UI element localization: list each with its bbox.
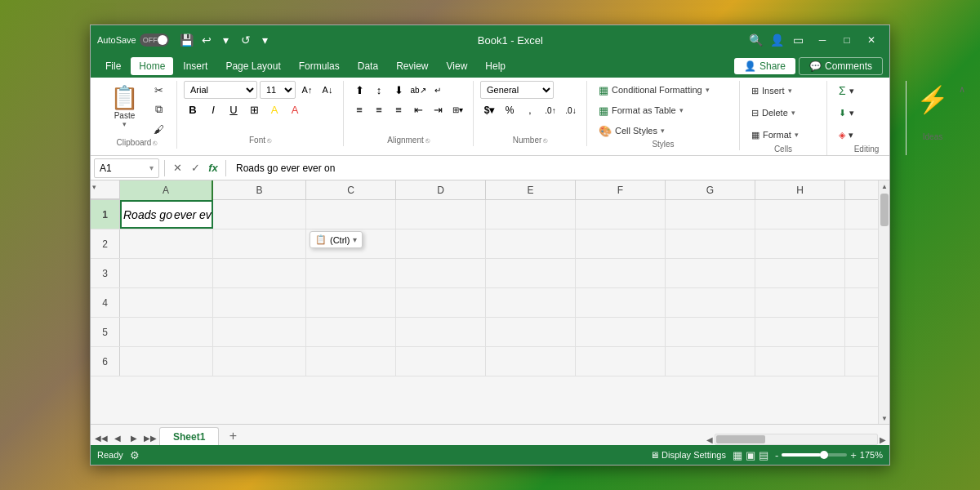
col-a-resize-handle[interactable] [208, 180, 212, 200]
cell-g3[interactable] [666, 259, 755, 287]
close-button[interactable]: ✕ [860, 29, 883, 51]
font-grow-button[interactable]: A↑ [298, 81, 316, 99]
zoom-handle[interactable] [820, 451, 828, 459]
align-top-button[interactable]: ⬆ [350, 81, 368, 99]
cell-a1[interactable]: Roads go ever ever on [120, 200, 213, 229]
column-header-f[interactable]: F [576, 180, 666, 200]
cell-a2[interactable] [120, 229, 213, 258]
cell-h5[interactable] [755, 318, 845, 346]
cell-e5[interactable] [486, 318, 576, 346]
align-right-button[interactable]: ≡ [390, 100, 408, 118]
ribbon-collapse-button[interactable]: ∧ [959, 81, 965, 97]
menu-view[interactable]: View [439, 57, 476, 75]
row-number-1[interactable]: 1 [91, 200, 120, 229]
scroll-h-right-icon[interactable]: ▶ [880, 435, 886, 444]
cell-f6[interactable] [576, 347, 666, 376]
autosave-toggle[interactable]: OFF [140, 33, 169, 47]
formula-cancel-icon[interactable]: ✕ [170, 161, 185, 176]
menu-insert[interactable]: Insert [175, 57, 216, 75]
bold-button[interactable]: B [184, 100, 202, 118]
formula-input[interactable] [231, 158, 886, 178]
cell-b3[interactable] [213, 259, 306, 287]
format-cells-button[interactable]: ▦ Format ▾ [746, 125, 804, 145]
column-header-h[interactable]: H [755, 180, 845, 200]
menu-help[interactable]: Help [477, 57, 514, 75]
menu-home[interactable]: Home [131, 57, 173, 75]
cell-h4[interactable] [755, 288, 845, 317]
cell-d4[interactable] [396, 288, 486, 317]
cell-d6[interactable] [396, 347, 486, 376]
underline-button[interactable]: U [225, 100, 243, 118]
cell-b6[interactable] [213, 347, 306, 376]
horizontal-scrollbar[interactable] [715, 434, 878, 445]
column-header-b[interactable]: B [213, 180, 306, 200]
fill-button[interactable]: ⬇ ▾ [834, 103, 859, 122]
minimize-button[interactable]: ─ [811, 29, 834, 51]
align-left-button[interactable]: ≡ [350, 100, 368, 118]
cell-b2[interactable] [213, 229, 306, 258]
share-button[interactable]: 👤 Share [734, 58, 795, 74]
undo-dropdown-icon[interactable]: ▾ [218, 32, 234, 48]
increase-decimal-button[interactable]: .0↑ [541, 101, 559, 119]
search-icon[interactable]: 🔍 [747, 32, 764, 48]
row-number-5[interactable]: 5 [91, 318, 120, 346]
font-size-select[interactable]: 11 [260, 81, 296, 99]
cell-c3[interactable] [306, 259, 396, 287]
cell-c1[interactable] [306, 200, 396, 229]
redo-icon[interactable]: ↺ [238, 32, 254, 48]
copy-button[interactable]: ⧉ [147, 100, 170, 118]
cell-reference-box[interactable]: A1 ▾ [94, 158, 159, 178]
ribbon-view-icon[interactable]: ▭ [790, 32, 806, 48]
cell-g5[interactable] [666, 318, 755, 346]
normal-view-button[interactable]: ▦ [733, 449, 742, 461]
cell-styles-button[interactable]: 🎨 Cell Styles ▾ [594, 122, 670, 140]
scroll-thumb[interactable] [880, 194, 889, 226]
alignment-expand-icon[interactable]: ⎋ [425, 136, 430, 145]
cell-c4[interactable] [306, 288, 396, 317]
clear-button[interactable]: ◈ ▾ [834, 125, 858, 145]
orientation-button[interactable]: ab↗ [409, 81, 427, 99]
cell-g6[interactable] [666, 347, 755, 376]
column-header-c[interactable]: C [306, 180, 396, 200]
cell-f3[interactable] [576, 259, 666, 287]
status-settings-icon[interactable]: ⚙ [130, 449, 140, 461]
undo-icon[interactable]: ↩ [198, 32, 215, 48]
font-expand-icon[interactable]: ⎋ [267, 136, 271, 145]
cell-d5[interactable] [396, 318, 486, 346]
row-number-2[interactable]: 2 [91, 229, 120, 258]
cell-a3[interactable] [120, 259, 213, 287]
page-break-button[interactable]: ▤ [759, 449, 768, 461]
cut-button[interactable]: ✂ [147, 81, 170, 99]
align-middle-button[interactable]: ↕ [370, 81, 388, 99]
cell-e6[interactable] [486, 347, 576, 376]
font-name-select[interactable]: Arial [184, 81, 257, 99]
cell-g4[interactable] [666, 288, 755, 317]
menu-review[interactable]: Review [388, 57, 436, 75]
cell-f2[interactable] [576, 229, 666, 258]
scroll-up-button[interactable]: ▲ [879, 180, 889, 192]
page-layout-button[interactable]: ▣ [746, 449, 755, 461]
ideas-button[interactable]: ⚡ [916, 84, 949, 115]
cell-d1[interactable] [396, 200, 486, 229]
comments-button[interactable]: 💬 Comments [799, 57, 883, 75]
maximize-button[interactable]: □ [835, 29, 858, 51]
currency-button[interactable]: $▾ [480, 101, 498, 119]
cell-g1[interactable] [666, 200, 755, 229]
row-number-3[interactable]: 3 [91, 259, 120, 287]
cell-d2[interactable] [396, 229, 486, 258]
menu-data[interactable]: Data [350, 57, 386, 75]
number-format-select[interactable]: General [480, 81, 554, 99]
cell-f4[interactable] [576, 288, 666, 317]
col-b-resize-handle[interactable] [302, 180, 305, 200]
merge-cells-button[interactable]: ⊞▾ [448, 100, 466, 118]
align-bottom-button[interactable]: ⬇ [390, 81, 408, 99]
cell-c6[interactable] [306, 347, 396, 376]
sheet-nav-prev[interactable]: ◀ [110, 430, 125, 445]
row-number-6[interactable]: 6 [91, 347, 120, 376]
align-center-button[interactable]: ≡ [370, 100, 388, 118]
number-expand-icon[interactable]: ⎋ [543, 136, 547, 145]
percent-button[interactable]: % [501, 101, 519, 119]
add-sheet-button[interactable]: + [224, 427, 242, 445]
cell-c5[interactable] [306, 318, 396, 346]
delete-cells-button[interactable]: ⊟ Delete ▾ [746, 103, 800, 122]
